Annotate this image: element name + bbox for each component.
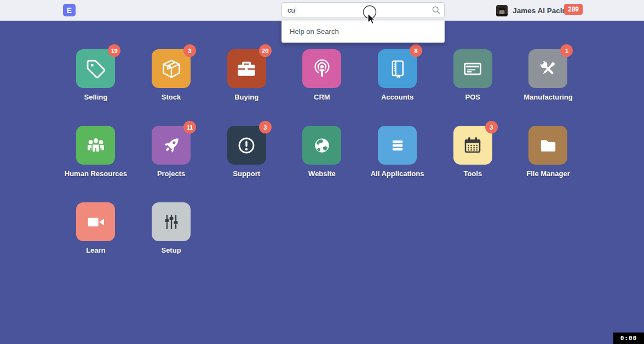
module-tile-tools[interactable]: 3Tools — [435, 126, 510, 202]
briefcase-icon[interactable]: 20 — [227, 49, 266, 88]
module-label: POS — [465, 93, 480, 101]
notification-badge: 20 — [259, 44, 272, 57]
module-tile-learn[interactable]: Learn — [58, 202, 134, 279]
module-label: Support — [233, 170, 260, 178]
recording-timer: 0:00 — [613, 333, 644, 344]
module-label: All Applications — [371, 170, 424, 178]
module-tile-accounts[interactable]: 8Accounts — [360, 49, 435, 126]
user-name: James Al Pacino — [513, 7, 571, 15]
notifications-count-badge[interactable]: 289 — [564, 4, 583, 15]
module-tile-setup[interactable]: Setup — [134, 202, 209, 279]
module-tile-human-resources[interactable]: Human Resources — [58, 126, 134, 202]
module-tile-buying[interactable]: 20Buying — [209, 49, 284, 126]
module-tile-manufacturing[interactable]: 1Manufacturing — [510, 49, 586, 126]
notification-badge: 3 — [183, 44, 196, 57]
rocket-icon[interactable]: 11 — [152, 126, 191, 165]
module-label: Tools — [463, 170, 482, 178]
module-label: CRM — [314, 93, 330, 101]
avatar — [496, 5, 508, 16]
top-navbar: E James Al Pacino 289 — [0, 0, 644, 21]
module-label: File Manager — [526, 170, 570, 178]
calendar-icon[interactable]: 3 — [453, 126, 492, 165]
people-icon[interactable] — [76, 126, 115, 165]
search-input[interactable] — [281, 2, 445, 18]
ledger-icon[interactable]: 8 — [378, 49, 417, 88]
help-on-search-item[interactable]: Help on Search — [282, 21, 444, 42]
notification-badge: 19 — [108, 44, 120, 57]
search-icon[interactable] — [432, 5, 441, 17]
app-logo[interactable]: E — [63, 4, 76, 16]
module-label: Website — [308, 170, 336, 178]
module-label: Stock — [162, 93, 181, 101]
module-tile-all-applications[interactable]: All Applications — [360, 126, 435, 202]
module-label: Manufacturing — [524, 93, 573, 101]
module-label: Learn — [86, 246, 105, 254]
module-tile-crm[interactable]: CRM — [284, 49, 360, 126]
sliders-icon[interactable] — [152, 202, 191, 241]
notification-badge: 1 — [560, 44, 573, 57]
notification-badge: 8 — [410, 44, 422, 57]
credit-card-icon[interactable] — [453, 49, 492, 88]
module-tile-support[interactable]: 3Support — [209, 126, 284, 202]
module-label: Setup — [161, 246, 181, 254]
module-label: Human Resources — [65, 170, 127, 178]
module-label: Projects — [157, 170, 185, 178]
text-caret — [296, 6, 296, 14]
globe-icon[interactable] — [302, 126, 341, 165]
issue-icon[interactable]: 3 — [227, 126, 266, 165]
tools-icon[interactable]: 1 — [528, 49, 567, 88]
video-camera-icon[interactable] — [76, 202, 115, 241]
module-tile-projects[interactable]: 11Projects — [134, 126, 209, 202]
folder-icon[interactable] — [528, 126, 567, 165]
module-tile-stock[interactable]: 3Stock — [134, 49, 209, 126]
menu-bars-icon[interactable] — [378, 126, 417, 165]
search-dropdown: Help on Search — [281, 20, 445, 43]
module-tile-pos[interactable]: POS — [435, 49, 510, 126]
module-label: Accounts — [381, 93, 413, 101]
module-grid: 19Selling3Stock20BuyingCRM8AccountsPOS1M… — [58, 49, 586, 279]
notification-badge: 11 — [183, 121, 196, 133]
package-icon[interactable]: 3 — [152, 49, 191, 88]
module-tile-file-manager[interactable]: File Manager — [510, 126, 586, 202]
global-search — [281, 2, 445, 18]
notification-badge: 3 — [485, 121, 498, 133]
notification-badge: 3 — [259, 121, 272, 133]
module-label: Buying — [234, 93, 258, 101]
tag-icon[interactable]: 19 — [76, 49, 115, 88]
broadcast-icon[interactable] — [302, 49, 341, 88]
module-tile-selling[interactable]: 19Selling — [58, 49, 134, 126]
module-tile-website[interactable]: Website — [284, 126, 360, 202]
module-label: Selling — [84, 93, 108, 101]
